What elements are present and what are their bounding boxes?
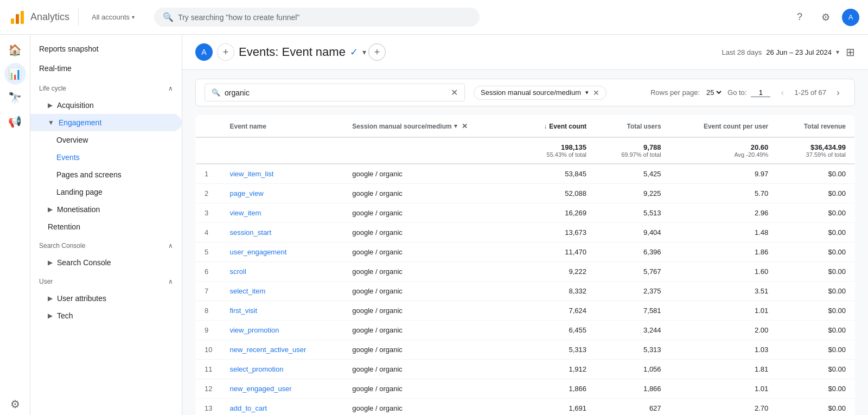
tech-expand-icon: ▶ bbox=[48, 312, 53, 320]
settings-icon[interactable]: ⚙ bbox=[816, 8, 835, 27]
section-user-label: User bbox=[39, 278, 53, 285]
sidebar-subitem-events[interactable]: Events bbox=[30, 149, 182, 166]
row-source: google / organic bbox=[343, 301, 516, 321]
row-event-count: 8,332 bbox=[516, 282, 595, 301]
event-name-link[interactable]: new_engaged_user bbox=[229, 385, 291, 393]
reports-snapshot-label: Reports snapshot bbox=[39, 44, 99, 53]
section-searchconsole[interactable]: Search Console ∧ bbox=[30, 238, 182, 254]
row-event-name: view_promotion bbox=[221, 321, 343, 340]
row-event-count-per-user: 1.01 bbox=[670, 379, 777, 399]
event-name-link[interactable]: view_item_list bbox=[229, 170, 273, 178]
col-header-total-revenue[interactable]: Total revenue bbox=[777, 116, 854, 138]
accounts-chevron-icon: ▾ bbox=[132, 14, 135, 20]
row-total-revenue: $0.00 bbox=[777, 203, 854, 223]
accounts-label: All accounts bbox=[92, 13, 130, 21]
sidebar-item-monetisation[interactable]: ▶ Monetisation bbox=[30, 201, 182, 218]
event-name-link[interactable]: scroll bbox=[229, 267, 246, 276]
tech-label: Tech bbox=[57, 311, 73, 320]
event-name-link[interactable]: select_promotion bbox=[229, 365, 283, 373]
rail-advertising-icon[interactable]: 📢 bbox=[4, 111, 26, 132]
svg-rect-1 bbox=[16, 14, 19, 24]
acquisition-expand-icon: ▶ bbox=[48, 101, 53, 109]
chart-view-icon[interactable]: ⊞ bbox=[846, 46, 855, 59]
row-total-revenue: $0.00 bbox=[777, 223, 854, 242]
main-layout: 🏠 📊 🔭 📢 ⚙ Reports snapshot Real-time Lif… bbox=[0, 35, 868, 415]
goto-input[interactable] bbox=[751, 88, 770, 97]
sidebar-item-userattributes[interactable]: ▶ User attributes bbox=[30, 290, 182, 307]
accounts-button[interactable]: All accounts ▾ bbox=[87, 11, 139, 23]
col-header-event-name[interactable]: Event name bbox=[221, 116, 343, 138]
filter-chip-close-button[interactable]: ✕ bbox=[593, 88, 599, 97]
filter-search[interactable]: 🔍 ✕ bbox=[205, 84, 465, 101]
row-event-name: page_view bbox=[221, 184, 343, 203]
date-range-picker[interactable]: Last 28 days 26 Jun – 23 Jul 2024 ▾ bbox=[722, 48, 839, 56]
svg-rect-0 bbox=[11, 18, 14, 24]
sidebar-item-acquisition[interactable]: ▶ Acquisition bbox=[30, 97, 182, 114]
sidebar-item-engagement[interactable]: ▼ Engagement bbox=[30, 114, 182, 131]
rail-reports-icon[interactable]: 📊 bbox=[4, 63, 26, 85]
row-total-revenue: $0.00 bbox=[777, 379, 854, 399]
title-dropdown-icon[interactable]: ▾ bbox=[362, 48, 366, 56]
add-metric-button[interactable]: + bbox=[368, 43, 386, 61]
col-header-event-count-per-user[interactable]: Event count per user bbox=[670, 116, 777, 138]
sidebar-item-reports-snapshot[interactable]: Reports snapshot bbox=[30, 39, 182, 59]
event-name-link[interactable]: select_item bbox=[229, 287, 265, 295]
top-search-bar[interactable]: 🔍 bbox=[154, 8, 480, 27]
page-title-row: A + Events: Event name ✓ ▾ + bbox=[195, 43, 386, 61]
sidebar-item-realtime[interactable]: Real-time bbox=[30, 59, 182, 78]
sc-label: Search Console bbox=[57, 258, 111, 267]
col-header-total-users[interactable]: Total users bbox=[595, 116, 670, 138]
row-source: google / organic bbox=[343, 321, 516, 340]
event-name-link[interactable]: first_visit bbox=[229, 307, 257, 315]
event-name-link[interactable]: user_engagement bbox=[229, 248, 286, 256]
section-user[interactable]: User ∧ bbox=[30, 273, 182, 290]
row-num: 4 bbox=[196, 223, 221, 242]
source-filter-close-icon[interactable]: ✕ bbox=[462, 122, 468, 130]
event-name-link[interactable]: session_start bbox=[229, 228, 271, 237]
search-input[interactable] bbox=[178, 13, 471, 22]
data-table: Event name Session manual source/medium … bbox=[195, 115, 855, 415]
sidebar-item-tech[interactable]: ▶ Tech bbox=[30, 307, 182, 324]
sidebar-subitem-landing[interactable]: Landing page bbox=[30, 183, 182, 201]
event-name-link[interactable]: view_item bbox=[229, 209, 261, 217]
sidebar-subitem-pages[interactable]: Pages and screens bbox=[30, 166, 182, 183]
row-event-count-per-user: 1.01 bbox=[670, 301, 777, 321]
avatar[interactable]: A bbox=[842, 9, 859, 26]
sidebar-subitem-overview[interactable]: Overview bbox=[30, 131, 182, 149]
rail-home-icon[interactable]: 🏠 bbox=[4, 39, 26, 61]
ua-label: User attributes bbox=[57, 294, 106, 303]
row-event-name: scroll bbox=[221, 262, 343, 282]
filter-input[interactable] bbox=[225, 88, 446, 97]
col-header-source[interactable]: Session manual source/medium ▾ ✕ bbox=[343, 116, 516, 138]
row-source: google / organic bbox=[343, 223, 516, 242]
event-name-link[interactable]: new_recent_active_user bbox=[229, 346, 306, 354]
event-name-link[interactable]: add_to_cart bbox=[229, 404, 267, 412]
event-name-link[interactable]: view_promotion bbox=[229, 326, 279, 334]
table-row: 12 new_engaged_user google / organic 1,8… bbox=[196, 379, 855, 399]
rows-per-page-select[interactable]: 25 10 50 bbox=[704, 88, 723, 97]
section-lifecycle[interactable]: Life cycle ∧ bbox=[30, 80, 182, 97]
row-source: google / organic bbox=[343, 340, 516, 360]
add-comparison-button[interactable]: + bbox=[217, 43, 234, 61]
row-event-count: 53,845 bbox=[516, 164, 595, 184]
row-event-count: 1,912 bbox=[516, 360, 595, 379]
top-right-actions: ? ⚙ A bbox=[790, 8, 859, 27]
sidebar-item-searchconsole[interactable]: ▶ Search Console bbox=[30, 254, 182, 271]
next-page-button[interactable]: › bbox=[831, 85, 846, 100]
rail-explore-icon[interactable]: 🔭 bbox=[4, 87, 26, 108]
prev-page-button[interactable]: ‹ bbox=[775, 85, 790, 100]
row-event-count: 11,470 bbox=[516, 242, 595, 262]
rail-settings-icon[interactable]: ⚙ bbox=[4, 393, 26, 415]
row-event-count-per-user: 1.86 bbox=[670, 242, 777, 262]
clear-filter-button[interactable]: ✕ bbox=[451, 87, 458, 98]
table-row: 9 view_promotion google / organic 6,455 … bbox=[196, 321, 855, 340]
row-event-count-per-user: 9.97 bbox=[670, 164, 777, 184]
row-total-users: 1,056 bbox=[595, 360, 670, 379]
filter-chip[interactable]: Session manual source/medium ▾ ✕ bbox=[474, 86, 607, 100]
pages-label: Pages and screens bbox=[56, 170, 122, 179]
help-icon[interactable]: ? bbox=[790, 8, 809, 27]
row-event-count-per-user: 1.03 bbox=[670, 340, 777, 360]
sidebar-item-retention[interactable]: Retention bbox=[30, 218, 182, 235]
event-name-link[interactable]: page_view bbox=[229, 189, 263, 197]
col-header-event-count[interactable]: ↓ Event count bbox=[516, 116, 595, 138]
